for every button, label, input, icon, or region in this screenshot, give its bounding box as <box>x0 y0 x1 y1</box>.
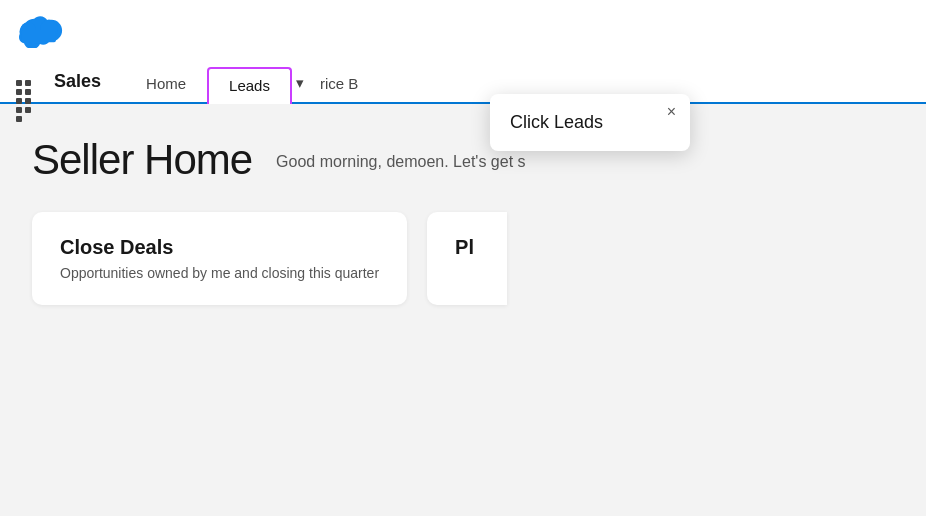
tabs-chevron[interactable]: ▾ <box>292 66 312 102</box>
top-bar <box>0 0 926 60</box>
tab-price-books-partial[interactable]: rice B <box>312 67 366 102</box>
tooltip-close-button[interactable]: × <box>667 104 676 120</box>
app-name-label: Sales <box>54 71 101 102</box>
page-header: Seller Home Good morning, demoen. Let's … <box>32 136 894 184</box>
tab-leads[interactable]: Leads <box>207 67 292 104</box>
salesforce-logo <box>16 12 68 48</box>
tooltip-popup: Click Leads × <box>490 94 690 151</box>
close-deals-subtitle: Opportunities owned by me and closing th… <box>60 265 379 281</box>
main-content: Seller Home Good morning, demoen. Let's … <box>0 104 926 514</box>
close-deals-title: Close Deals <box>60 236 379 259</box>
page-title-text: Seller Home <box>32 136 252 184</box>
nav-bar: Sales Home Leads ▾ rice B <box>0 60 926 104</box>
svg-rect-5 <box>21 30 56 42</box>
tab-home[interactable]: Home <box>125 66 207 102</box>
nav-tabs: Home Leads ▾ rice B <box>125 60 366 102</box>
app-grid-icon[interactable] <box>16 80 38 102</box>
page-subtitle: Good morning, demoen. Let's get s <box>276 153 525 171</box>
tooltip-text: Click Leads <box>510 112 603 133</box>
close-deals-card: Close Deals Opportunities owned by me an… <box>32 212 407 305</box>
cards-row: Close Deals Opportunities owned by me an… <box>32 212 894 305</box>
page-title: Seller Home <box>32 136 252 184</box>
partial-card: Pl <box>427 212 507 305</box>
partial-card-title: Pl <box>455 236 479 259</box>
